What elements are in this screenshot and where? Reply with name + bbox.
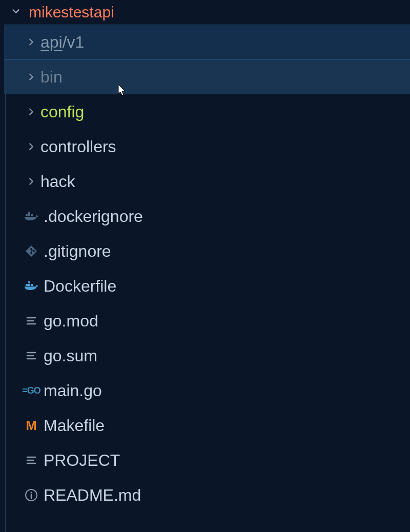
path-segment-suffix: /v1 <box>63 33 85 51</box>
root-folder[interactable]: mikestestapi <box>4 0 410 25</box>
folder-item[interactable]: controllers <box>4 129 410 164</box>
file-item[interactable]: README.md <box>4 478 410 513</box>
makefile-icon: M <box>22 418 40 434</box>
text-icon <box>22 350 40 362</box>
file-explorer: mikestestapi api/v1binconfigcontrollersh… <box>0 0 410 532</box>
file-item[interactable]: =GOmain.go <box>4 373 410 408</box>
root-folder-label: mikestestapi <box>29 4 114 21</box>
file-item[interactable]: MMakefile <box>4 408 410 443</box>
text-icon <box>22 454 40 466</box>
file-item[interactable]: go.sum <box>4 338 410 373</box>
file-label: Dockerfile <box>44 277 116 296</box>
chevron-right-icon[interactable] <box>22 36 40 48</box>
file-label: go.sum <box>44 346 97 365</box>
file-label: README.md <box>44 486 141 505</box>
chevron-right-icon[interactable] <box>22 176 40 187</box>
file-item[interactable]: Dockerfile <box>4 269 410 303</box>
svg-rect-3 <box>28 212 30 214</box>
folder-item[interactable]: api/v1 <box>4 25 410 59</box>
file-label: .gitignore <box>44 242 111 261</box>
folder-label: hack <box>40 172 75 191</box>
file-item[interactable]: go.mod <box>4 303 410 338</box>
docker-icon <box>22 280 40 292</box>
info-icon <box>22 488 40 502</box>
file-item[interactable]: .gitignore <box>4 234 410 269</box>
chevron-right-icon[interactable] <box>22 106 40 117</box>
file-label: PROJECT <box>44 451 120 470</box>
path-segment: api <box>40 33 63 51</box>
file-label: .dockerignore <box>44 207 143 226</box>
text-icon <box>22 315 40 327</box>
chevron-right-icon[interactable] <box>22 71 40 83</box>
folder-item[interactable]: hack <box>4 164 410 199</box>
folder-label: config <box>40 103 84 121</box>
svg-rect-2 <box>31 214 33 216</box>
svg-rect-12 <box>28 281 30 283</box>
svg-rect-0 <box>26 214 28 216</box>
file-item[interactable]: .dockerignore <box>4 199 410 234</box>
folder-item[interactable]: config <box>4 94 410 129</box>
file-item[interactable]: PROJECT <box>4 443 410 478</box>
svg-rect-9 <box>26 284 28 286</box>
tree-container: api/v1binconfigcontrollershack .dockerig… <box>4 25 410 513</box>
docker-dim-icon <box>22 210 40 222</box>
chevron-right-icon[interactable] <box>22 141 40 152</box>
svg-rect-1 <box>28 214 30 216</box>
svg-point-23 <box>31 492 32 494</box>
folder-label: api/v1 <box>40 33 84 52</box>
folder-label: controllers <box>40 137 116 156</box>
file-label: Makefile <box>44 416 105 435</box>
git-icon <box>22 244 40 258</box>
file-label: go.mod <box>44 312 98 331</box>
folder-item[interactable]: bin <box>4 59 410 94</box>
folder-label: bin <box>40 68 63 87</box>
svg-rect-10 <box>28 284 30 286</box>
file-label: main.go <box>44 381 102 400</box>
go-icon: =GO <box>22 385 40 396</box>
chevron-down-icon <box>10 6 22 19</box>
svg-rect-11 <box>31 284 33 286</box>
